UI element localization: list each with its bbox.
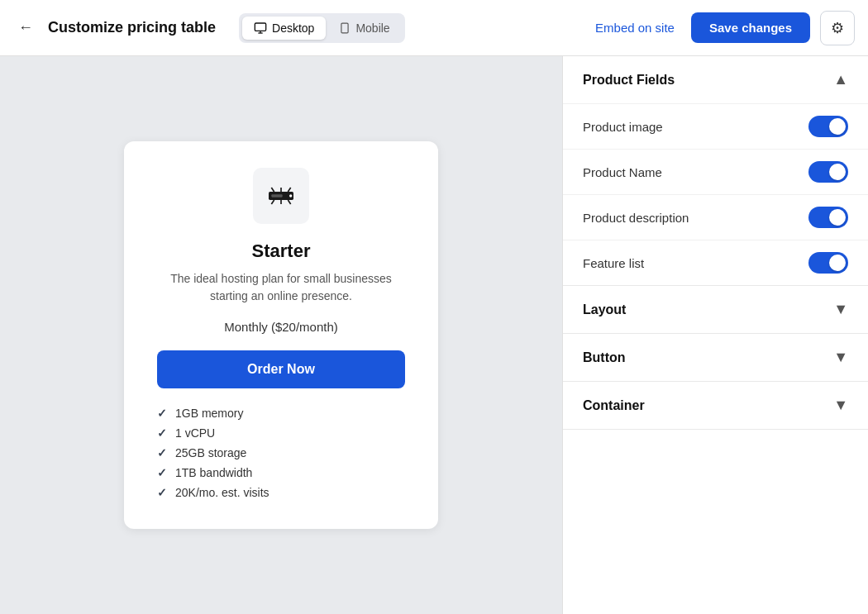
check-icon: ✓ — [157, 407, 167, 420]
layout-title: Layout — [583, 302, 626, 317]
app-header: ← Customize pricing table Desktop Mobile… — [0, 0, 868, 56]
product-fields-chevron: ▲ — [833, 71, 848, 88]
feature-list-label: Feature list — [583, 256, 644, 270]
container-header[interactable]: Container ▼ — [563, 382, 868, 429]
back-button[interactable]: ← — [13, 16, 38, 40]
desktop-icon — [254, 21, 267, 35]
layout-chevron: ▼ — [833, 301, 848, 318]
mobile-icon — [339, 21, 351, 35]
check-icon: ✓ — [157, 426, 167, 440]
feature-list-toggle[interactable] — [808, 252, 848, 274]
save-changes-button[interactable]: Save changes — [691, 12, 810, 43]
product-description-label: Product description — [583, 211, 689, 225]
preview-area: Starter The ideal hosting plan for small… — [0, 56, 562, 614]
desktop-view-button[interactable]: Desktop — [242, 17, 326, 40]
svg-rect-7 — [271, 194, 282, 197]
product-name-field: Product Name — [563, 149, 868, 194]
check-icon: ✓ — [157, 486, 167, 499]
product-icon-container — [253, 168, 309, 224]
card-description: The ideal hosting plan for small busines… — [157, 270, 405, 305]
layout-header[interactable]: Layout ▼ — [563, 286, 868, 333]
button-header[interactable]: Button ▼ — [563, 334, 868, 381]
container-title: Container — [583, 398, 645, 413]
embed-on-site-link[interactable]: Embed on site — [595, 21, 675, 35]
button-title: Button — [583, 350, 626, 365]
feature-item: ✓1 vCPU — [157, 426, 405, 440]
mobile-view-button[interactable]: Mobile — [327, 17, 401, 40]
feature-item: ✓1TB bandwidth — [157, 466, 405, 479]
svg-line-10 — [288, 188, 290, 192]
svg-rect-3 — [341, 23, 348, 33]
container-chevron: ▼ — [833, 397, 848, 414]
card-title: Starter — [252, 240, 311, 262]
product-fields-header[interactable]: Product Fields ▲ — [563, 56, 868, 103]
product-fields-title: Product Fields — [583, 73, 675, 88]
button-section: Button ▼ — [563, 334, 868, 382]
feature-item: ✓1GB memory — [157, 407, 405, 420]
svg-line-8 — [271, 188, 274, 192]
main-content: Starter The ideal hosting plan for small… — [0, 56, 868, 614]
page-title: Customize pricing table — [48, 19, 216, 36]
product-fields-content: Product image Product Name Product descr… — [563, 103, 868, 285]
feature-list: ✓1GB memory✓1 vCPU✓25GB storage✓1TB band… — [157, 407, 405, 499]
product-image-field: Product image — [563, 103, 868, 149]
settings-button[interactable]: ⚙ — [820, 11, 855, 45]
feature-list-field: Feature list — [563, 240, 868, 285]
right-panel: Product Fields ▲ Product image Product N… — [562, 56, 868, 614]
svg-rect-0 — [255, 23, 265, 31]
check-icon: ✓ — [157, 446, 167, 459]
button-chevron: ▼ — [833, 349, 848, 366]
layout-section: Layout ▼ — [563, 286, 868, 334]
card-price: Monthly ($20/month) — [224, 320, 338, 334]
feature-item: ✓20K/mo. est. visits — [157, 486, 405, 499]
product-fields-section: Product Fields ▲ Product image Product N… — [563, 56, 868, 286]
product-description-field: Product description — [563, 194, 868, 240]
product-description-toggle[interactable] — [808, 207, 848, 228]
product-name-label: Product Name — [583, 165, 662, 179]
product-name-toggle[interactable] — [808, 161, 848, 183]
feature-item: ✓25GB storage — [157, 446, 405, 459]
svg-point-6 — [289, 194, 292, 197]
check-icon: ✓ — [157, 466, 167, 479]
svg-line-11 — [271, 200, 274, 204]
view-toggle: Desktop Mobile — [239, 13, 405, 43]
svg-line-13 — [288, 200, 290, 204]
product-image-label: Product image — [583, 120, 663, 134]
pricing-card: Starter The ideal hosting plan for small… — [124, 141, 438, 529]
order-now-button[interactable]: Order Now — [157, 350, 405, 388]
server-icon — [265, 179, 298, 212]
gear-icon: ⚙ — [831, 19, 844, 37]
product-image-toggle[interactable] — [808, 116, 848, 137]
container-section: Container ▼ — [563, 382, 868, 430]
